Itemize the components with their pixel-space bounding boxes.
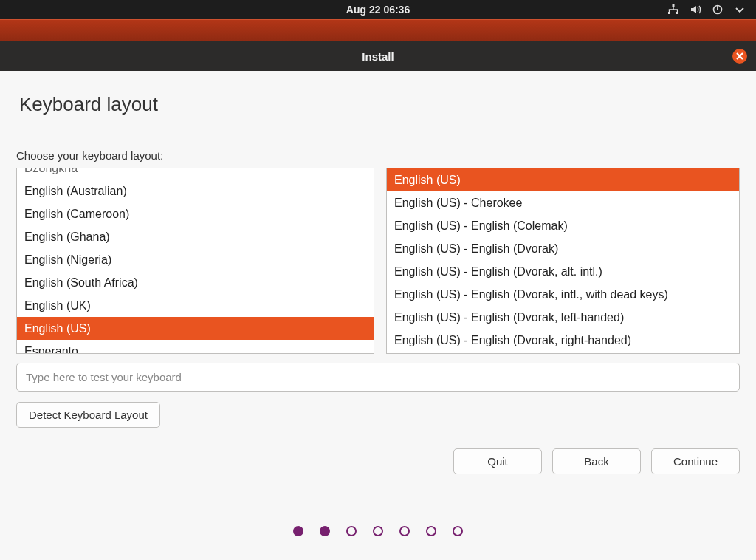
progress-dot	[426, 526, 436, 536]
list-item[interactable]: English (Australian)	[17, 180, 374, 202]
close-button[interactable]	[732, 49, 747, 64]
progress-dots	[16, 526, 740, 536]
close-icon	[736, 52, 743, 60]
detect-layout-button[interactable]: Detect Keyboard Layout	[16, 402, 160, 428]
layout-variant-list[interactable]: English (US) English (US) - Cherokee Eng…	[386, 168, 740, 354]
progress-dot	[373, 526, 383, 536]
progress-dot	[399, 526, 410, 536]
back-button[interactable]: Back	[552, 448, 641, 474]
progress-dot	[293, 526, 303, 536]
clock-label: Aug 22 06:36	[346, 4, 410, 16]
list-item[interactable]: English (US) - Cherokee	[387, 191, 739, 214]
quit-button[interactable]: Quit	[453, 448, 542, 474]
layout-language-list[interactable]: Dzongkha English (Australian) English (C…	[16, 168, 374, 354]
power-icon[interactable]	[712, 4, 724, 16]
system-tray	[667, 4, 746, 16]
test-keyboard-input[interactable]	[16, 363, 740, 392]
list-item[interactable]: English (UK)	[17, 294, 374, 317]
progress-dot	[320, 526, 330, 536]
decorative-strip	[0, 19, 756, 41]
list-item[interactable]: English (US) - English (Dvorak, intl., w…	[387, 283, 739, 306]
list-item[interactable]: English (South Africa)	[17, 271, 374, 294]
progress-dot	[346, 526, 357, 536]
list-item[interactable]: English (Nigeria)	[17, 248, 374, 271]
list-item-selected[interactable]: English (US)	[17, 317, 374, 340]
list-item[interactable]: English (US) - English (Dvorak, right-ha…	[387, 329, 739, 352]
chevron-down-icon[interactable]	[734, 4, 746, 16]
volume-icon[interactable]	[690, 4, 701, 16]
svg-rect-1	[668, 12, 670, 14]
list-item[interactable]: Esperanto	[17, 340, 374, 354]
window-titlebar: Install	[0, 41, 756, 71]
system-topbar: Aug 22 06:36	[0, 0, 756, 19]
svg-rect-0	[673, 4, 675, 7]
progress-dot	[453, 526, 463, 536]
continue-button[interactable]: Continue	[651, 448, 740, 474]
page-title: Keyboard layout	[0, 71, 756, 134]
list-item-selected[interactable]: English (US)	[387, 168, 739, 191]
svg-rect-2	[676, 12, 678, 14]
window-title: Install	[362, 50, 394, 63]
list-item[interactable]: English (Ghana)	[17, 225, 374, 248]
list-item[interactable]: English (US) - English (Colemak)	[387, 214, 739, 237]
list-item[interactable]: English (US) - English (Dvorak, alt. int…	[387, 260, 739, 283]
list-item[interactable]: Dzongkha	[17, 168, 374, 180]
list-item[interactable]: English (US) - English (Macintosh)	[387, 352, 739, 354]
list-item[interactable]: English (US) - English (Dvorak, left-han…	[387, 306, 739, 329]
choose-layout-label: Choose your keyboard layout:	[16, 149, 740, 162]
network-icon[interactable]	[667, 4, 679, 16]
list-item[interactable]: English (Cameroon)	[17, 202, 374, 225]
list-item[interactable]: English (US) - English (Dvorak)	[387, 237, 739, 260]
